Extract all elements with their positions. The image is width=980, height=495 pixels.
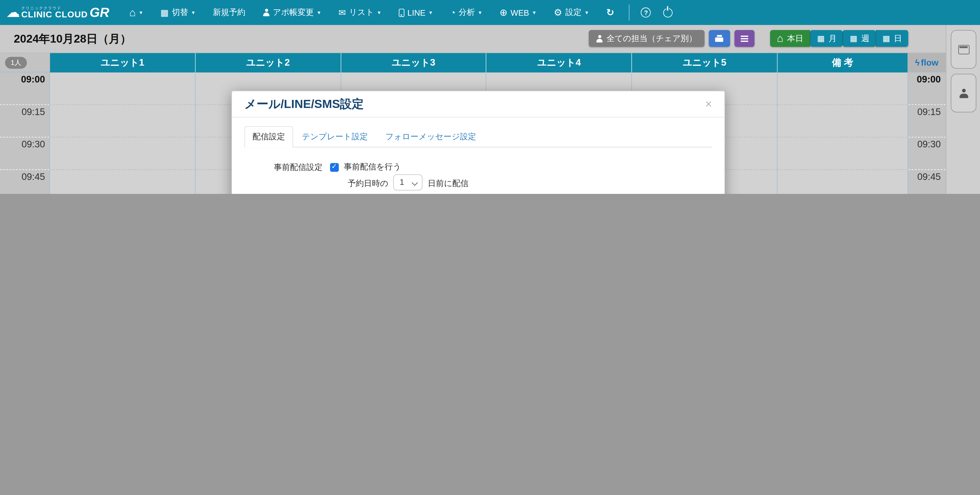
time-column-right: 09:0009:1509:3009:4510:0010:1510:3010:45… xyxy=(908,73,946,194)
list-icon xyxy=(741,35,748,36)
time-label: 09:45 xyxy=(917,171,941,181)
time-label: 09:30 xyxy=(917,138,941,149)
sidebar-calendar-button[interactable] xyxy=(951,30,977,68)
refresh-icon xyxy=(606,7,614,18)
time-slot: 09:30 xyxy=(0,136,49,169)
capacity-badge: 1人 xyxy=(5,57,27,68)
calendar-icon xyxy=(817,34,825,43)
power-icon[interactable] xyxy=(663,8,673,17)
flow-header[interactable]: flow xyxy=(908,53,946,73)
nav-item-analysis[interactable]: 分析 xyxy=(450,7,482,18)
current-date-title: 2024年10月28日（月） xyxy=(14,31,131,46)
today-button[interactable]: 本日 xyxy=(770,30,810,47)
grid-cell[interactable] xyxy=(778,73,908,104)
grid-cell[interactable] xyxy=(778,104,908,136)
time-column-left: 09:0009:1509:3009:4510:0010:1510:3010:45… xyxy=(0,73,50,194)
time-slot: 09:30 xyxy=(908,136,946,169)
time-label: 09:15 xyxy=(917,106,941,117)
cloud-logo-icon: ☁ xyxy=(6,6,20,19)
time-slot: 09:45 xyxy=(0,169,49,194)
nav-item-web[interactable]: WEB xyxy=(500,7,535,18)
time-slot: 09:15 xyxy=(0,104,49,136)
days-before-select[interactable]: 1 xyxy=(393,174,423,190)
column-header-unit5: ユニット5 xyxy=(632,53,778,73)
person-icon xyxy=(263,9,270,16)
refresh-button[interactable] xyxy=(606,7,614,18)
home-icon xyxy=(777,34,783,42)
pre-delivery-checkbox-label: 事前配信を行う xyxy=(344,159,401,172)
nav-item-line[interactable]: LINE xyxy=(399,8,432,17)
app-logo[interactable]: ☁ クリニッククラウド CLINIC CLOUD GR xyxy=(6,6,110,19)
logo-suffix: GR xyxy=(90,7,109,19)
column-header-unit1: ユニット1 xyxy=(50,53,196,73)
list-view-button[interactable] xyxy=(734,30,754,47)
phone-icon xyxy=(399,8,404,16)
column-header-memo: 備 考 xyxy=(778,53,908,73)
grid-cell[interactable] xyxy=(778,136,908,169)
gear-icon xyxy=(554,7,562,18)
logo-kana: クリニッククラウド xyxy=(21,6,88,10)
nav-item-appointment-book-change[interactable]: アポ帳変更 xyxy=(263,7,320,18)
grid-cell[interactable] xyxy=(778,169,908,194)
globe-icon xyxy=(500,7,507,18)
pre-delivery-checkbox[interactable] xyxy=(330,163,339,171)
date-toolbar: 2024年10月28日（月） 全ての担当（チェア別） 本日 月 xyxy=(0,25,946,53)
person-icon xyxy=(597,35,603,42)
time-label: 09:15 xyxy=(22,106,45,117)
pre-delivery-label: 事前配信設定 xyxy=(241,159,323,173)
day-view-button[interactable]: 日 xyxy=(876,30,908,47)
nav-item-home[interactable] xyxy=(129,8,142,16)
app-window: ☁ クリニッククラウド CLINIC CLOUD GR 切替 新規予約 アポ帳変… xyxy=(0,0,980,194)
time-label: 09:00 xyxy=(21,74,45,84)
calendar-icon xyxy=(883,34,890,43)
grid-cell[interactable] xyxy=(50,73,195,104)
nav-item-new-appointment[interactable]: 新規予約 xyxy=(213,7,245,18)
dialog-title: メール/LINE/SMS設定 xyxy=(245,96,364,112)
time-slot: 09:15 xyxy=(908,104,946,136)
mail-icon xyxy=(339,8,346,17)
time-label: 09:45 xyxy=(22,171,45,181)
tab-follow-message-settings[interactable]: フォローメッセージ設定 xyxy=(377,127,485,147)
days-before-suffix: 日前に配信 xyxy=(428,175,469,189)
time-label: 09:00 xyxy=(917,74,941,84)
person-icon xyxy=(959,88,968,98)
time-slot: 09:00 xyxy=(0,73,49,104)
calendar-icon xyxy=(161,8,169,17)
grid-cell[interactable] xyxy=(50,136,195,169)
capacity-corner-cell: 1人 xyxy=(0,53,50,73)
mail-line-sms-settings-dialog: メール/LINE/SMS設定 × 配信設定 テンプレート設定 フォローメッセージ… xyxy=(231,90,725,194)
days-before-prefix: 予約日時の xyxy=(348,175,388,189)
all-staff-chair-button[interactable]: 全ての担当（チェア別） xyxy=(589,30,705,47)
dialog-tabs: 配信設定 テンプレート設定 フォローメッセージ設定 xyxy=(245,126,712,148)
sidebar-patient-button[interactable] xyxy=(951,74,977,113)
lightning-icon xyxy=(915,57,921,68)
help-icon[interactable] xyxy=(641,8,651,17)
home-icon xyxy=(129,8,136,16)
printer-icon xyxy=(715,35,723,42)
pie-chart-icon xyxy=(450,8,456,17)
nav-item-switch[interactable]: 切替 xyxy=(161,7,195,18)
time-slot: 09:45 xyxy=(908,169,946,194)
month-view-button[interactable]: 月 xyxy=(810,30,843,47)
close-icon[interactable]: × xyxy=(705,98,712,110)
tab-template-settings[interactable]: テンプレート設定 xyxy=(293,127,377,147)
time-slot: 09:00 xyxy=(908,73,946,104)
right-sidebar xyxy=(946,25,980,194)
column-header-unit2: ユニット2 xyxy=(196,53,341,73)
grid-cell[interactable] xyxy=(50,104,195,136)
calendar-icon xyxy=(850,34,857,43)
grid-cell[interactable] xyxy=(50,169,195,194)
column-header-unit4: ユニット4 xyxy=(487,53,632,73)
grid-column-unit1 xyxy=(50,73,196,194)
nav-divider xyxy=(629,5,630,21)
time-label: 09:30 xyxy=(22,138,45,149)
nav-item-list[interactable]: リスト xyxy=(339,7,380,18)
tab-delivery-settings[interactable]: 配信設定 xyxy=(245,126,293,148)
week-view-button[interactable]: 週 xyxy=(843,30,875,47)
logo-name: CLINIC CLOUD xyxy=(21,10,88,19)
nav-item-settings[interactable]: 設定 xyxy=(554,7,588,18)
grid-column-memo xyxy=(778,73,908,194)
calendar-icon xyxy=(958,44,969,54)
top-nav-bar: ☁ クリニッククラウド CLINIC CLOUD GR 切替 新規予約 アポ帳変… xyxy=(0,0,980,25)
print-button[interactable] xyxy=(709,30,730,47)
